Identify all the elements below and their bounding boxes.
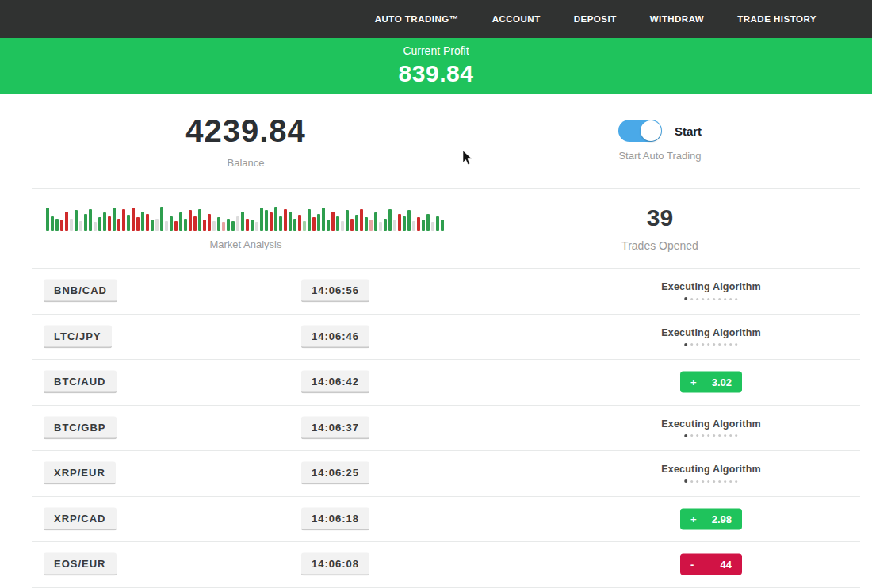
loader-dot bbox=[729, 298, 732, 300]
loader-dot bbox=[690, 434, 693, 437]
result-sign: + bbox=[690, 376, 697, 388]
chart-bar bbox=[293, 219, 296, 231]
trade-status: Executing Algorithm bbox=[661, 464, 761, 483]
chart-bar bbox=[179, 212, 182, 231]
chart-bar bbox=[374, 212, 377, 231]
balance-value: 4239.84 bbox=[185, 113, 306, 149]
chart-bar bbox=[222, 222, 225, 231]
trade-status: Executing Algorithm bbox=[661, 418, 761, 437]
time-badge: 14:06:08 bbox=[301, 553, 369, 576]
pair-badge: BTC/GBP bbox=[44, 416, 117, 439]
chart-bar bbox=[89, 209, 92, 231]
chart-bar bbox=[284, 209, 287, 231]
chart-bar bbox=[346, 210, 349, 231]
loader-dot bbox=[690, 343, 693, 346]
chart-bar bbox=[241, 212, 244, 231]
executing-label: Executing Algorithm bbox=[661, 327, 761, 338]
pair-badge: LTC/JPY bbox=[44, 325, 112, 348]
trade-status: -44 bbox=[680, 554, 742, 575]
chart-bar bbox=[384, 219, 387, 231]
chart-bar bbox=[184, 219, 187, 231]
chart-bar bbox=[341, 221, 344, 231]
result-badge: -44 bbox=[680, 554, 742, 575]
chart-bar bbox=[122, 209, 125, 231]
chart-bar bbox=[127, 215, 130, 231]
nav-menu: AUTO TRADING™ACCOUNTDEPOSITWITHDRAWTRADE… bbox=[342, 14, 817, 24]
chart-bar bbox=[155, 219, 159, 231]
chart-bar bbox=[317, 214, 320, 231]
auto-trading-label: Start Auto Trading bbox=[618, 150, 701, 162]
loader-dots-icon bbox=[661, 434, 761, 437]
chart-bar bbox=[212, 221, 216, 231]
loader-dot bbox=[690, 298, 693, 300]
start-auto-trading-toggle[interactable] bbox=[618, 120, 662, 142]
loader-dot bbox=[696, 434, 698, 437]
nav-item-account[interactable]: ACCOUNT bbox=[492, 14, 541, 24]
chart-bar bbox=[331, 212, 335, 231]
time-badge: 14:06:56 bbox=[301, 280, 369, 303]
chart-bar bbox=[113, 208, 116, 231]
chart-bar bbox=[146, 214, 149, 231]
chart-bar bbox=[369, 220, 373, 231]
balance-section: 4239.84 Balance Start Start Auto Trading bbox=[32, 94, 860, 189]
chart-bar bbox=[60, 220, 63, 231]
chart-bar bbox=[217, 217, 220, 231]
toggle-knob-icon bbox=[641, 120, 661, 141]
loader-dot bbox=[684, 297, 687, 300]
result-amount: 44 bbox=[721, 559, 732, 571]
result-badge: +2.98 bbox=[680, 508, 742, 529]
loader-dots-icon bbox=[661, 343, 761, 346]
loader-dot bbox=[684, 343, 687, 346]
current-profit-banner: Current Profit 839.84 bbox=[0, 38, 872, 94]
auto-trading-block: Start Start Auto Trading bbox=[460, 94, 860, 188]
loader-dot bbox=[713, 343, 715, 346]
executing-label: Executing Algorithm bbox=[661, 418, 761, 430]
chart-bar bbox=[203, 220, 206, 231]
loader-dot bbox=[702, 298, 704, 300]
chart-bar bbox=[255, 222, 258, 231]
chart-bar bbox=[170, 216, 173, 231]
nav-item-withdraw[interactable]: WITHDRAW bbox=[650, 14, 705, 24]
loader-dot bbox=[713, 434, 715, 437]
loader-dot bbox=[735, 343, 737, 346]
loader-dot bbox=[735, 480, 737, 483]
loader-dot bbox=[702, 480, 704, 483]
chart-bar bbox=[355, 215, 358, 231]
nav-item-auto-trading[interactable]: AUTO TRADING™ bbox=[375, 14, 459, 24]
chart-bar bbox=[246, 219, 249, 231]
chart-bar bbox=[55, 219, 59, 231]
loader-dot bbox=[724, 343, 726, 346]
trades-opened-value: 39 bbox=[647, 204, 673, 231]
chart-bar bbox=[336, 216, 339, 231]
chart-bar bbox=[103, 212, 106, 231]
market-analysis-label: Market Analysis bbox=[209, 239, 281, 250]
chart-bar bbox=[322, 208, 325, 231]
loader-dot bbox=[707, 343, 709, 346]
chart-bar bbox=[65, 212, 68, 231]
market-analysis-block: Market Analysis bbox=[32, 189, 460, 268]
trade-row: BNB/CAD14:06:56Executing Algorithm bbox=[32, 269, 860, 315]
chart-bar bbox=[398, 214, 401, 231]
current-profit-label: Current Profit bbox=[0, 44, 872, 57]
executing-label: Executing Algorithm bbox=[661, 464, 761, 475]
trade-status: Executing Algorithm bbox=[661, 281, 761, 300]
loader-dot bbox=[729, 434, 732, 437]
chart-bar bbox=[84, 214, 87, 231]
chart-bar bbox=[98, 217, 101, 231]
chart-bar bbox=[227, 219, 230, 231]
loader-dot bbox=[718, 480, 721, 483]
nav-item-trade-history[interactable]: TRADE HISTORY bbox=[737, 14, 817, 24]
market-analysis-chart bbox=[46, 207, 446, 231]
market-section: Market Analysis 39 Trades Opened bbox=[32, 189, 860, 269]
loader-dot bbox=[713, 480, 715, 483]
loader-dot bbox=[729, 480, 732, 483]
chart-bar bbox=[441, 220, 444, 231]
chart-bar bbox=[365, 217, 368, 231]
loader-dots-icon bbox=[661, 297, 761, 300]
chart-bar bbox=[151, 220, 154, 231]
trade-row: XRP/CAD14:06:18+2.98 bbox=[32, 497, 860, 543]
loader-dot bbox=[718, 434, 721, 437]
chart-bar bbox=[422, 220, 425, 231]
nav-item-deposit[interactable]: DEPOSIT bbox=[574, 14, 617, 24]
chart-bar bbox=[70, 219, 73, 231]
